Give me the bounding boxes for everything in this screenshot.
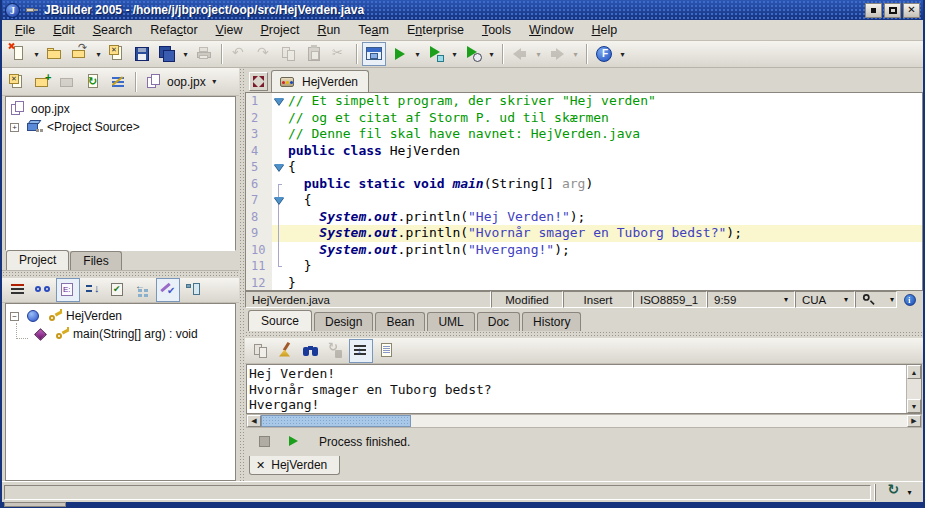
menu-view[interactable]: View bbox=[207, 21, 252, 39]
tab-files[interactable]: Files bbox=[70, 251, 121, 270]
save-all-dropdown[interactable]: ▾ bbox=[180, 45, 191, 63]
close-button[interactable]: ✕ bbox=[903, 3, 920, 18]
project-tree-row-project[interactable]: oop.jpx bbox=[8, 100, 233, 118]
run-button[interactable] bbox=[387, 42, 411, 66]
save-all-button[interactable] bbox=[155, 42, 179, 66]
message-tab-hejverden[interactable]: ✕ HejVerden bbox=[249, 456, 340, 475]
help-browser-dropdown[interactable]: ▾ bbox=[617, 45, 628, 63]
structure-row-class[interactable]: − HejVerden bbox=[8, 307, 233, 325]
clear-button[interactable] bbox=[274, 339, 298, 363]
find-button[interactable] bbox=[299, 339, 323, 363]
new-file-dropdown[interactable]: ▾ bbox=[31, 45, 42, 63]
new-file-button[interactable] bbox=[6, 42, 30, 66]
refresh-control[interactable]: ▾ bbox=[875, 484, 921, 501]
copy-button[interactable] bbox=[249, 339, 273, 363]
code-line-5[interactable]: 5{ bbox=[246, 159, 922, 176]
collapse-minus-icon[interactable]: − bbox=[10, 312, 19, 321]
status-keymap-dropdown[interactable]: CUA▾ bbox=[795, 291, 855, 308]
open-file-button[interactable] bbox=[43, 42, 67, 66]
minimize-button[interactable] bbox=[865, 3, 882, 18]
back-dropdown[interactable]: ▾ bbox=[533, 45, 544, 63]
debug-button[interactable] bbox=[424, 42, 448, 66]
code-line-2[interactable]: 2// og et citat af Storm P. ud til skærm… bbox=[246, 110, 922, 127]
close-tab-icon[interactable]: ✕ bbox=[256, 459, 265, 472]
output-pane[interactable]: Hej Verden!Hvornår smager en Tuborg beds… bbox=[246, 364, 922, 414]
output-vertical-scrollbar[interactable]: ▲ ▼ bbox=[906, 365, 921, 413]
status-search-dropdown[interactable]: ▾ bbox=[855, 291, 897, 308]
filter-button[interactable] bbox=[181, 278, 205, 302]
menu-edit[interactable]: Edit bbox=[44, 21, 84, 39]
panel-splitter[interactable] bbox=[2, 271, 239, 278]
view-tab-design[interactable]: Design bbox=[314, 312, 373, 331]
refresh-button[interactable] bbox=[81, 70, 105, 94]
output-horizontal-scrollbar[interactable]: ◀ ▶ bbox=[246, 414, 922, 428]
tab-project[interactable]: Project bbox=[6, 250, 69, 270]
doc-check-button[interactable] bbox=[156, 278, 180, 302]
code-line-12[interactable]: 12} bbox=[246, 275, 922, 292]
code-line-6[interactable]: 6 public static void main(String[] arg) bbox=[246, 176, 922, 193]
active-project-combo[interactable]: oop.jpx▾ bbox=[141, 72, 223, 92]
menu-window[interactable]: Window bbox=[520, 21, 582, 39]
fold-arrow-icon[interactable] bbox=[274, 164, 284, 171]
code-line-11[interactable]: 11 } bbox=[246, 258, 922, 275]
reopen-file-button[interactable] bbox=[68, 42, 92, 66]
view-tab-bean[interactable]: Bean bbox=[375, 312, 425, 331]
hierarchy-button[interactable] bbox=[131, 278, 155, 302]
code-line-4[interactable]: 4public class HejVerden bbox=[246, 143, 922, 160]
scrollbar-thumb[interactable] bbox=[261, 415, 411, 427]
code-line-9[interactable]: 9 System.out.println("Hvornår smager en … bbox=[246, 225, 922, 242]
scroll-left-icon[interactable]: ◀ bbox=[247, 415, 261, 427]
scrollbar-track[interactable] bbox=[411, 415, 907, 427]
menu-help[interactable]: Help bbox=[583, 21, 627, 39]
horizontal-splitter[interactable] bbox=[245, 331, 923, 338]
run-dropdown[interactable]: ▾ bbox=[412, 45, 423, 63]
close-file-button[interactable] bbox=[105, 42, 129, 66]
scroll-up-icon[interactable]: ▲ bbox=[907, 365, 921, 379]
menu-enterprise[interactable]: Enterprise bbox=[398, 21, 473, 39]
code-line-1[interactable]: 1// Et simpelt program, der skriver "Hej… bbox=[246, 93, 922, 110]
view-tab-source[interactable]: Source bbox=[248, 310, 312, 331]
rerun-button[interactable] bbox=[283, 432, 303, 452]
maximize-button[interactable] bbox=[884, 3, 901, 18]
editor-tab-hejverden[interactable]: HejVerden bbox=[271, 70, 369, 92]
project-combo-dropdown[interactable]: ▾ bbox=[209, 73, 220, 91]
forward-dropdown[interactable]: ▾ bbox=[570, 45, 581, 63]
separators-button[interactable] bbox=[6, 278, 30, 302]
debug-dropdown[interactable]: ▾ bbox=[449, 45, 460, 63]
menu-refactor[interactable]: Refactor bbox=[141, 21, 206, 39]
view-tab-uml[interactable]: UML bbox=[427, 312, 474, 331]
profile-dropdown[interactable]: ▾ bbox=[486, 45, 497, 63]
menu-run[interactable]: Run bbox=[308, 21, 349, 39]
code-line-3[interactable]: 3// Denne fil skal have navnet: HejVerde… bbox=[246, 126, 922, 143]
status-time-dropdown[interactable]: 9:59▾ bbox=[707, 291, 795, 308]
status-assist-button[interactable] bbox=[897, 291, 923, 308]
wrap-lines-button[interactable] bbox=[349, 339, 373, 363]
close-project-button[interactable] bbox=[6, 70, 30, 94]
view-tab-doc[interactable]: Doc bbox=[477, 312, 520, 331]
add-files-button[interactable] bbox=[31, 70, 55, 94]
code-editor[interactable]: 1// Et simpelt program, der skriver "Hej… bbox=[245, 92, 923, 291]
expand-plus-icon[interactable]: + bbox=[10, 123, 19, 132]
save-file-button[interactable] bbox=[130, 42, 154, 66]
toggle-curtain-button[interactable] bbox=[362, 42, 386, 66]
status-insert-mode[interactable]: Insert bbox=[563, 291, 633, 308]
structure-row-method[interactable]: main(String[] arg) : void bbox=[8, 325, 233, 343]
profile-button[interactable] bbox=[461, 42, 485, 66]
fold-arrow-icon[interactable] bbox=[274, 98, 284, 105]
properties-button[interactable] bbox=[56, 278, 80, 302]
menu-tools[interactable]: Tools bbox=[473, 21, 520, 39]
save-log-button[interactable] bbox=[374, 339, 398, 363]
menu-file[interactable]: File bbox=[6, 21, 44, 39]
code-line-10[interactable]: 10 System.out.println("Hvergang!"); bbox=[246, 242, 922, 259]
reopen-file-dropdown[interactable]: ▾ bbox=[93, 45, 104, 63]
menu-project[interactable]: Project bbox=[251, 21, 308, 39]
project-tree-row-source[interactable]: + <Project Source> bbox=[8, 118, 233, 136]
help-browser-button[interactable] bbox=[592, 42, 616, 66]
code-line-8[interactable]: 8 System.out.println("Hej Verden!"); bbox=[246, 209, 922, 226]
project-properties-button[interactable] bbox=[106, 70, 130, 94]
error-check-button[interactable] bbox=[106, 278, 130, 302]
restore-panes-button[interactable] bbox=[249, 72, 268, 91]
code-line-7[interactable]: 7 { bbox=[246, 192, 922, 209]
sort-button[interactable] bbox=[81, 278, 105, 302]
view-tab-history[interactable]: History bbox=[522, 312, 581, 331]
